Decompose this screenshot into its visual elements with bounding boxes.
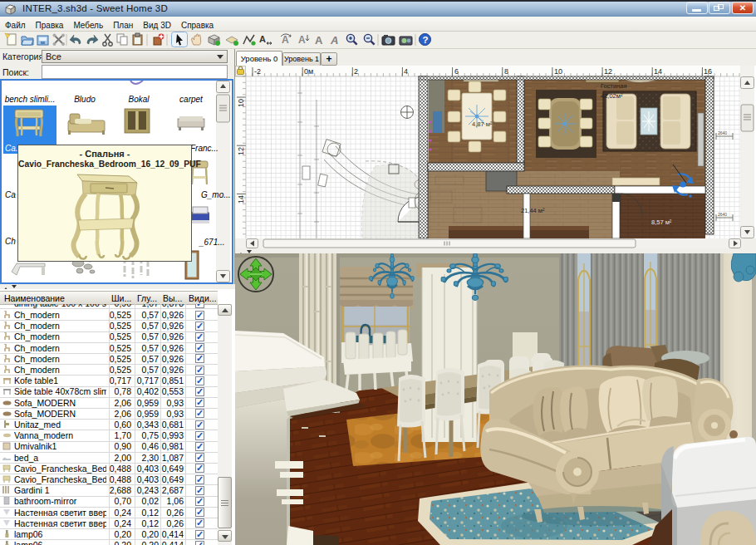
svg-text:10: 10 — [237, 99, 245, 107]
svg-text:2640: 2640 — [718, 212, 727, 217]
svg-text:12: 12 — [604, 67, 612, 76]
svg-text:4: 4 — [404, 67, 408, 76]
svg-text:?: ? — [423, 35, 429, 45]
svg-text:14: 14 — [237, 195, 245, 204]
svg-text:6: 6 — [454, 67, 459, 76]
svg-text:0м: 0м — [304, 67, 313, 76]
svg-text:8: 8 — [504, 67, 508, 76]
svg-text:Гостиная: Гостиная — [601, 82, 626, 90]
svg-text:A: A — [259, 34, 266, 44]
svg-text:A: A — [315, 34, 323, 47]
svg-text:A: A — [282, 34, 289, 46]
svg-text:-2: -2 — [254, 67, 261, 76]
svg-text:14: 14 — [654, 67, 662, 76]
svg-text:12: 12 — [237, 147, 245, 155]
svg-text:2: 2 — [354, 67, 358, 76]
svg-text:21,44 м²: 21,44 м² — [521, 207, 545, 214]
svg-text:42,02м²: 42,02м² — [601, 92, 623, 100]
svg-text:A: A — [298, 34, 306, 46]
svg-text:A: A — [330, 34, 338, 47]
svg-text:16: 16 — [704, 67, 712, 76]
svg-text:8,57 м²: 8,57 м² — [651, 218, 672, 226]
svg-text:4,87 м²: 4,87 м² — [472, 120, 493, 128]
svg-text:2640: 2640 — [718, 130, 727, 135]
svg-text:10: 10 — [554, 67, 562, 76]
